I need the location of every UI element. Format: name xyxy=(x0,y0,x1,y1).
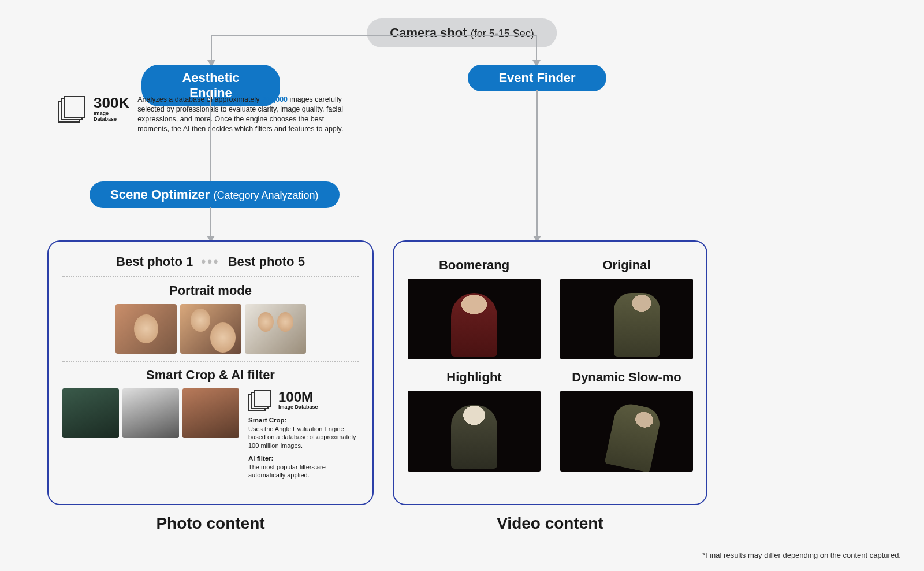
camera-shot-subtitle: (for 5-15 Sec) xyxy=(471,28,534,39)
video-grid: Boomerang Original Highlight Dynamic Slo… xyxy=(408,258,692,472)
dynamic-slowmo-thumb xyxy=(560,391,693,472)
video-item-original: Original xyxy=(560,258,693,359)
aesthetic-description-row: 300K Image Database Analyzes a database … xyxy=(58,95,346,134)
connector-scene-to-panel xyxy=(210,207,211,239)
smart-crop-title: Smart Crop & AI filter xyxy=(62,368,359,383)
connector-event-to-panel xyxy=(536,90,538,239)
connector-right-down xyxy=(536,35,537,64)
smartcrop-thumb-1 xyxy=(62,388,119,438)
smart-crop-row: 100M Image Database Smart Crop: Uses the… xyxy=(62,388,359,479)
portrait-thumbnails xyxy=(62,304,359,354)
scene-optimizer-node: Scene Optimizer (Category Analyzation) xyxy=(90,181,340,208)
best-photo-5: Best photo 5 xyxy=(228,254,305,269)
best-photo-1: Best photo 1 xyxy=(116,254,193,269)
portrait-thumb-2 xyxy=(180,304,241,354)
video-content-panel: Boomerang Original Highlight Dynamic Slo… xyxy=(393,240,707,505)
event-finder-node: Event Finder xyxy=(468,65,606,91)
scene-optimizer-sub: (Category Analyzation) xyxy=(214,190,319,201)
divider xyxy=(62,276,359,277)
smart-crop-details: 100M Image Database Smart Crop: Uses the… xyxy=(243,388,359,479)
portrait-thumb-1 xyxy=(116,304,177,354)
ai-filter-text: AI filter: The most popular filters are … xyxy=(248,454,359,480)
portrait-thumb-3 xyxy=(245,304,306,354)
boomerang-thumb xyxy=(408,279,541,359)
smartcrop-thumb-2 xyxy=(122,388,179,438)
db-300k-value: 300K xyxy=(94,95,129,110)
connector-aesthetic-to-scene xyxy=(210,90,211,181)
db-300k-caption: Image Database xyxy=(94,110,129,122)
smartcrop-thumb-3 xyxy=(182,388,239,438)
connector-left-down xyxy=(211,35,212,64)
camera-shot-title: Camera shot xyxy=(390,25,467,40)
connector-top xyxy=(211,35,537,36)
event-finder-label: Event Finder xyxy=(498,71,575,85)
photo-content-label: Photo content xyxy=(47,514,374,533)
aesthetic-description-text: Analyzes a database of approximately 300… xyxy=(137,95,346,134)
video-item-boomerang: Boomerang xyxy=(408,258,541,359)
photo-content-panel: Best photo 1 ••• Best photo 5 Portrait m… xyxy=(47,240,374,505)
smart-crop-text: Smart Crop: Uses the Angle Evaluation En… xyxy=(248,416,359,450)
divider xyxy=(62,361,359,362)
best-photo-row: Best photo 1 ••• Best photo 5 xyxy=(62,254,359,269)
original-thumb xyxy=(560,279,693,359)
database-stack-icon xyxy=(58,95,90,123)
highlight-thumb xyxy=(408,391,541,472)
portrait-mode-title: Portrait mode xyxy=(62,283,359,298)
ellipsis-icon: ••• xyxy=(201,254,219,269)
video-item-dynamic-slowmo: Dynamic Slow-mo xyxy=(560,370,693,472)
footnote: *Final results may differ depending on t… xyxy=(702,551,901,559)
db-100m-caption: Image Database xyxy=(278,404,318,410)
video-item-highlight: Highlight xyxy=(408,370,541,472)
db-300k-block: 300K Image Database xyxy=(58,95,129,123)
video-content-label: Video content xyxy=(393,514,707,533)
db-100m-value: 100M xyxy=(278,390,318,404)
camera-shot-node: Camera shot (for 5-15 Sec) xyxy=(367,18,557,47)
database-stack-icon xyxy=(248,388,274,411)
scene-optimizer-label: Scene Optimizer xyxy=(110,187,210,202)
